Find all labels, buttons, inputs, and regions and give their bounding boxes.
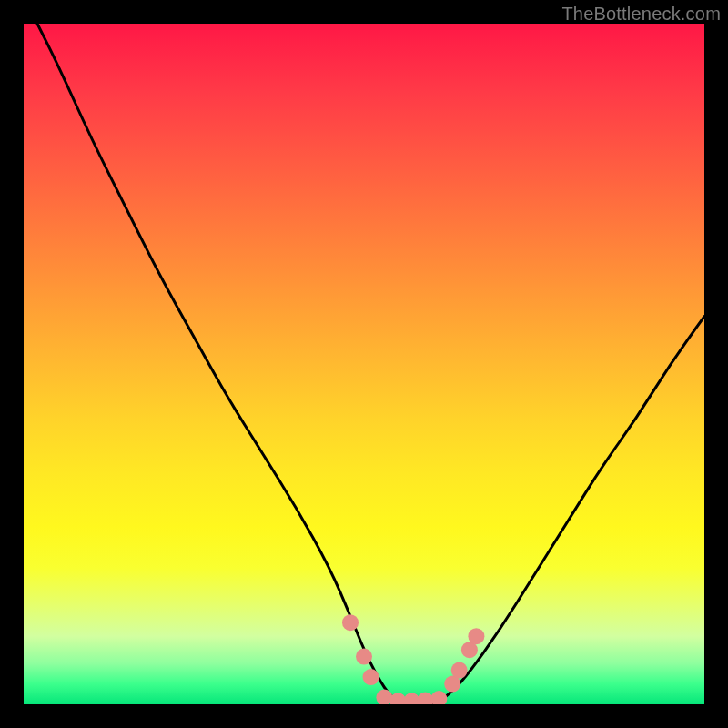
highlight-dot	[417, 693, 433, 705]
highlight-dot	[356, 649, 372, 665]
highlight-dot	[451, 662, 468, 679]
highlight-dot	[389, 693, 406, 704]
highlight-dot	[444, 676, 460, 693]
highlight-dot	[468, 628, 484, 644]
highlight-dot	[430, 691, 447, 704]
highlight-dot	[461, 642, 478, 658]
highlight-dot	[403, 693, 420, 704]
highlight-dot	[363, 669, 379, 685]
bottleneck-curve	[37, 24, 704, 704]
watermark-text: TheBottleneck.com	[561, 4, 721, 25]
highlight-dot	[342, 614, 359, 631]
highlight-dots	[342, 614, 484, 704]
plot-area	[24, 24, 704, 704]
curve-svg	[24, 24, 704, 704]
chart-frame: TheBottleneck.com	[0, 0, 728, 728]
highlight-dot	[376, 690, 392, 705]
